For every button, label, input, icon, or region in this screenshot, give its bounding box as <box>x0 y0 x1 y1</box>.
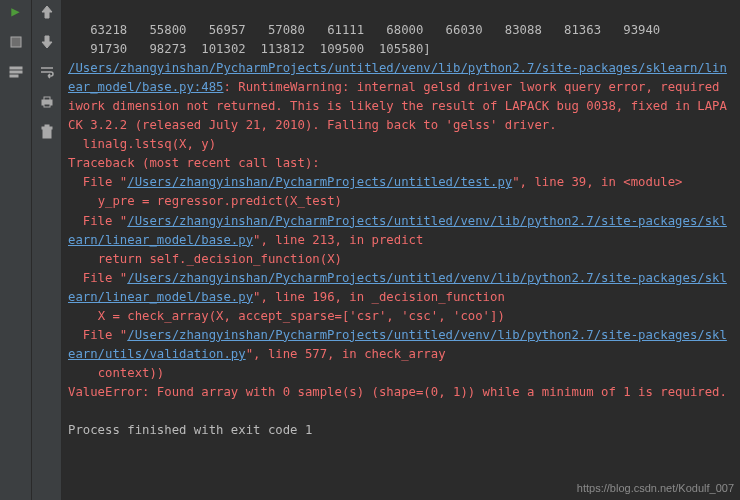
traceback-head: Traceback (most recent call last): <box>68 156 320 170</box>
arrow-up-icon[interactable] <box>37 2 57 22</box>
svg-rect-0 <box>11 37 21 47</box>
tb-code: y_pre = regressor.predict(X_test) <box>68 194 342 208</box>
ide-run-panel: ▶ 63218 55800 56957 57080 61111 68000 66… <box>0 0 740 500</box>
svg-rect-3 <box>10 75 18 77</box>
tb-frame: File " <box>68 271 127 285</box>
svg-rect-2 <box>10 71 22 73</box>
stop-icon[interactable] <box>6 32 26 52</box>
svg-rect-5 <box>44 97 50 100</box>
run-gutter-left: ▶ <box>0 0 32 500</box>
tb-frame: File " <box>68 328 127 342</box>
rerun-icon[interactable]: ▶ <box>6 2 26 22</box>
svg-rect-7 <box>43 129 51 138</box>
tb-frame: File " <box>68 175 127 189</box>
svg-rect-9 <box>45 125 49 127</box>
file-link[interactable]: /Users/zhangyinshan/PycharmProjects/unti… <box>127 175 512 189</box>
tb-frame: ", line 196, in _decision_function <box>253 290 505 304</box>
soft-wrap-icon[interactable] <box>37 62 57 82</box>
trash-icon[interactable] <box>37 122 57 142</box>
svg-rect-6 <box>44 104 50 107</box>
tb-frame: ", line 39, in <module> <box>512 175 682 189</box>
tb-frame: ", line 577, in check_array <box>246 347 446 361</box>
print-icon[interactable] <box>37 92 57 112</box>
run-gutter-tools <box>32 0 62 500</box>
console-output[interactable]: 63218 55800 56957 57080 61111 68000 6603… <box>62 0 740 500</box>
arrow-down-icon[interactable] <box>37 32 57 52</box>
exit-line: Process finished with exit code 1 <box>68 423 312 437</box>
output-numbers: 91730 98273 101302 113812 109500 105580] <box>68 42 431 56</box>
error-line: ValueError: Found array with 0 sample(s)… <box>68 385 727 399</box>
tb-code: context)) <box>68 366 164 380</box>
output-numbers: 63218 55800 56957 57080 61111 68000 6603… <box>68 23 660 37</box>
tb-frame: ", line 213, in predict <box>253 233 423 247</box>
tb-frame: File " <box>68 214 127 228</box>
tb-code: return self._decision_function(X) <box>68 252 342 266</box>
warning-code: linalg.lstsq(X, y) <box>68 137 216 151</box>
watermark: https://blog.csdn.net/Kodulf_007 <box>577 480 734 497</box>
tb-code: X = check_array(X, accept_sparse=['csr',… <box>68 309 505 323</box>
svg-rect-1 <box>10 67 22 69</box>
stack-icon[interactable] <box>6 62 26 82</box>
